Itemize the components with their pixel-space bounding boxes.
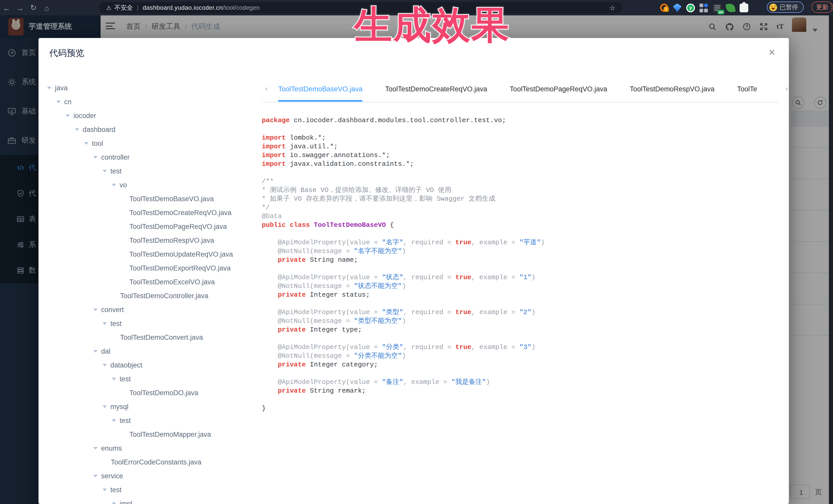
code-scroll-area[interactable]: package cn.iocoder.dashboard.modules.too…: [262, 116, 780, 501]
tree-node[interactable]: dataobject: [39, 358, 259, 372]
tree-node-label: java: [55, 84, 68, 92]
tree-expand-icon[interactable]: [112, 502, 116, 504]
tree-node[interactable]: impl: [39, 497, 259, 504]
file-tab-2[interactable]: ToolTestDemoPageReqVO.java: [510, 78, 607, 102]
file-tab-0[interactable]: ToolTestDemoBaseVO.java: [278, 78, 363, 102]
tree-node[interactable]: ToolTestDemoExcelVO.java: [39, 275, 259, 289]
code-line: @ApiModelProperty(value = "类型", required…: [262, 308, 780, 317]
tree-node[interactable]: java: [39, 81, 259, 95]
tree-node-label: ToolTestDemoDO.java: [129, 389, 198, 397]
tree-node[interactable]: convert: [39, 303, 259, 317]
code-line: private Integer status;: [262, 290, 780, 299]
extension-gem-icon[interactable]: [673, 3, 682, 12]
extension-y-letter: y: [687, 4, 694, 11]
home-icon[interactable]: ⌂: [40, 3, 53, 12]
file-tab-1[interactable]: ToolTestDemoCreateReqVO.java: [385, 78, 487, 102]
browser-menu-icon[interactable]: ⋮: [828, 2, 833, 10]
tree-node[interactable]: ToolTestDemoMapper.java: [39, 428, 259, 441]
bookmark-star-icon[interactable]: ☆: [610, 4, 615, 11]
tree-node[interactable]: ToolTestDemoUpdateReqVO.java: [39, 247, 259, 261]
tree-node[interactable]: test: [39, 483, 259, 497]
tree-expand-icon[interactable]: [112, 419, 116, 422]
tree-node[interactable]: service: [39, 469, 259, 483]
back-icon[interactable]: ←: [0, 3, 13, 12]
tree-node-label: ToolTestDemoController.java: [120, 292, 208, 300]
extension-orange-ring-icon[interactable]: 1: [660, 4, 668, 12]
tree-expand-icon[interactable]: [103, 488, 107, 491]
tree-expand-icon[interactable]: [75, 128, 79, 131]
extension-leaf-icon[interactable]: [725, 3, 736, 13]
tabs-scroll-right-icon[interactable]: ›: [786, 85, 788, 92]
tree-node-label: dal: [101, 347, 110, 355]
tree-node-label: ToolTestDemoUpdateReqVO.java: [129, 250, 233, 258]
tree-node[interactable]: enums: [39, 441, 259, 455]
profile-paused-button[interactable]: 已暂停: [767, 2, 804, 13]
extension-squares-icon[interactable]: [699, 3, 708, 12]
tree-node[interactable]: ToolTestDemoBaseVO.java: [39, 192, 259, 206]
code-line: }: [262, 404, 780, 413]
forward-icon[interactable]: →: [13, 3, 27, 12]
not-secure-label[interactable]: 不安全: [115, 3, 133, 12]
paused-label: 已暂停: [780, 3, 798, 11]
tree-node[interactable]: ToolTestDemoCreateReqVO.java: [39, 206, 259, 220]
code-line: @Data: [262, 212, 780, 221]
file-tab-3[interactable]: ToolTestDemoRespVO.java: [630, 78, 714, 102]
address-divider: |: [137, 4, 139, 11]
tree-node[interactable]: test: [39, 414, 259, 428]
tree-expand-icon[interactable]: [103, 170, 107, 172]
tabs-scroll-left-icon[interactable]: ‹: [265, 85, 268, 92]
tree-node[interactable]: vo: [39, 178, 259, 192]
tree-expand-icon[interactable]: [56, 101, 61, 103]
tree-node[interactable]: ToolTestDemoConvert.java: [39, 331, 259, 344]
code-line: @NotNull(message = "分类不能为空"): [262, 352, 780, 360]
tree-node[interactable]: tool: [39, 137, 259, 150]
tree-expand-icon[interactable]: [93, 350, 97, 353]
tree-expand-icon[interactable]: [47, 87, 51, 89]
tree-node[interactable]: dashboard: [39, 123, 259, 137]
tree-expand-icon[interactable]: [93, 156, 97, 159]
tree-node[interactable]: dal: [39, 344, 259, 358]
tree-node-label: ToolTestDemoMapper.java: [129, 431, 211, 438]
tree-expand-icon[interactable]: [103, 322, 107, 325]
extensions-puzzle-icon[interactable]: [740, 3, 748, 12]
tree-node[interactable]: cn: [39, 95, 259, 109]
url-host: dashboard.yudao.iocoder.cn: [143, 4, 223, 11]
file-tree: javacniocoderdashboardtoolcontrollertest…: [39, 81, 259, 504]
tree-expand-icon[interactable]: [93, 475, 97, 477]
tree-expand-icon[interactable]: [112, 378, 116, 380]
tree-node-label: test: [110, 167, 122, 175]
tree-node[interactable]: ToolErrorCodeConstants.java: [39, 455, 259, 469]
tree-node[interactable]: test: [39, 164, 259, 178]
profile-emoji-avatar: [769, 3, 777, 11]
tree-node[interactable]: iocoder: [39, 109, 259, 123]
tree-expand-icon[interactable]: [93, 309, 97, 311]
tree-node[interactable]: ToolTestDemoController.java: [39, 289, 259, 303]
tree-expand-icon[interactable]: [103, 364, 107, 366]
tree-node[interactable]: ToolTestDemoPageReqVO.java: [39, 220, 259, 234]
tree-expand-icon[interactable]: [93, 447, 97, 450]
code-line: [262, 230, 780, 238]
extension-list-icon[interactable]: on: [713, 3, 722, 12]
code-line: @ApiModelProperty(value = "名字", required…: [262, 238, 780, 247]
tree-node[interactable]: ToolTestDemoDO.java: [39, 386, 259, 400]
tree-node[interactable]: ToolTestDemoRespVO.java: [39, 234, 259, 247]
tree-expand-icon[interactable]: [112, 184, 116, 186]
tree-expand-icon[interactable]: [103, 405, 107, 408]
tree-node[interactable]: mysql: [39, 400, 259, 414]
file-tab-4[interactable]: ToolTe: [737, 78, 757, 102]
code-line: [262, 395, 780, 404]
extension-y-icon[interactable]: y: [686, 3, 695, 12]
tree-expand-icon[interactable]: [84, 142, 88, 145]
refresh-icon[interactable]: ↻: [27, 3, 40, 12]
tree-node[interactable]: controller: [39, 150, 259, 164]
tree-node[interactable]: test: [39, 317, 259, 331]
tree-expand-icon[interactable]: [66, 115, 70, 117]
tree-node-label: ToolTestDemoConvert.java: [120, 334, 203, 341]
code-block: package cn.iocoder.dashboard.modules.too…: [262, 116, 780, 413]
tree-node[interactable]: ToolTestDemoExportReqVO.java: [39, 261, 259, 275]
tree-node-label: dataobject: [110, 361, 142, 369]
code-line: [262, 299, 780, 308]
code-line: * 如果子 VO 存在差异的字段，请不要添加到这里，影响 Swagger 文档生…: [262, 194, 780, 203]
tree-node[interactable]: test: [39, 372, 259, 386]
close-icon[interactable]: ✕: [768, 48, 776, 57]
